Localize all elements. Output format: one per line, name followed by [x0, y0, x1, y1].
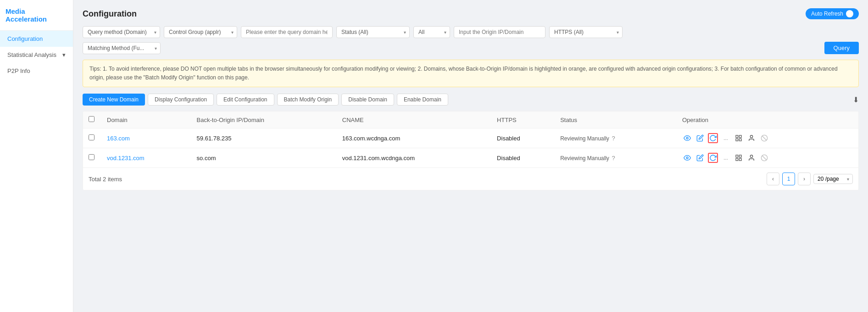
auto-refresh-toggle[interactable]: Auto Refresh — [806, 8, 859, 19]
status-question-icon[interactable]: ? — [612, 155, 615, 162]
sidebar-item-label: P2P Info — [7, 67, 30, 74]
auto-refresh-label: Auto Refresh — [811, 11, 843, 17]
grid-icon[interactable] — [734, 153, 744, 163]
svg-rect-10 — [739, 155, 741, 157]
svg-line-15 — [762, 156, 766, 160]
select-all-checkbox[interactable] — [89, 116, 95, 122]
all-select[interactable]: All — [413, 26, 450, 38]
row-1-https: Disabled — [491, 128, 555, 148]
row-2-https: Disabled — [491, 148, 555, 168]
row-1-cname: 163.com.wcdnga.com — [337, 128, 491, 148]
col-status: Status — [555, 111, 677, 128]
table-row: vod.1231.com so.com vod.1231.com.wcdnga.… — [83, 148, 858, 168]
svg-point-13 — [750, 155, 752, 157]
domain-link[interactable]: vod.1231.com — [107, 155, 145, 162]
page-size-wrapper: 20 /page 50 /page 100 /page — [813, 174, 853, 184]
refresh-icon[interactable] — [708, 133, 718, 143]
action-buttons: Create New Domain Display Configuration … — [83, 94, 859, 106]
next-page-button[interactable]: › — [798, 173, 811, 185]
ban-icon[interactable] — [759, 133, 769, 143]
all-wrapper: All — [413, 26, 450, 38]
edit-icon[interactable] — [695, 153, 705, 163]
row-1-domain: 163.com — [101, 128, 191, 148]
row-2-checkbox[interactable] — [89, 154, 95, 160]
disable-domain-button[interactable]: Disable Domain — [341, 94, 394, 106]
matching-method-wrapper: Matching Method (Fu... — [83, 42, 161, 54]
table-header-row: Domain Back-to-Origin IP/Domain CNAME HT… — [83, 111, 858, 128]
status-wrapper: Status (All) Enabled Disabled — [336, 26, 410, 38]
toggle-circle — [846, 10, 853, 17]
operation-icons: ... — [682, 153, 853, 163]
create-new-domain-button[interactable]: Create New Domain — [83, 94, 145, 106]
tips-box: Tips: 1. To avoid interference, please D… — [83, 60, 859, 87]
https-select[interactable]: HTTPS (All) HTTP HTTPS — [549, 26, 623, 38]
batch-modify-origin-button[interactable]: Batch Modify Origin — [277, 94, 339, 106]
view-icon[interactable] — [682, 133, 692, 143]
table-footer: Total 2 items ‹ 1 › 20 /page 50 /page 10… — [83, 167, 858, 190]
svg-rect-4 — [739, 139, 741, 141]
display-configuration-button[interactable]: Display Configuration — [148, 94, 214, 106]
main-content: Configuration Query method (Domain) Cont… — [73, 0, 868, 200]
svg-rect-12 — [739, 159, 741, 161]
more-icon[interactable]: ... — [721, 153, 731, 163]
sidebar-item-p2p-info[interactable]: P2P Info — [0, 63, 73, 79]
svg-rect-1 — [736, 135, 738, 138]
row-1-status: Reviewing Manually ? — [555, 128, 677, 148]
svg-rect-9 — [736, 155, 738, 157]
main-wrapper: Auto Refresh Configuration Query method … — [73, 0, 868, 312]
total-items: Total 2 items — [89, 176, 122, 183]
row-2-back-to-origin: so.com — [191, 148, 337, 168]
query-method-wrapper: Query method (Domain) — [83, 26, 160, 38]
row-2-status: Reviewing Manually ? — [555, 148, 677, 168]
edit-configuration-button[interactable]: Edit Configuration — [217, 94, 274, 106]
page-title: Configuration — [83, 9, 859, 19]
download-icon[interactable]: ⬇ — [853, 95, 859, 104]
operation-icons: ... — [682, 133, 853, 143]
page-1-button[interactable]: 1 — [782, 173, 795, 185]
control-group-select[interactable]: Control Group (applr) — [164, 26, 237, 38]
svg-point-8 — [686, 157, 688, 159]
prev-page-button[interactable]: ‹ — [767, 173, 779, 185]
ban-icon[interactable] — [759, 153, 769, 163]
svg-point-5 — [750, 135, 752, 138]
row-1-back-to-origin: 59.61.78.235 — [191, 128, 337, 148]
domain-link[interactable]: 163.com — [107, 135, 130, 142]
domain-input[interactable] — [241, 26, 333, 38]
tips-text: Tips: 1. To avoid interference, please D… — [89, 66, 838, 81]
enable-domain-button[interactable]: Enable Domain — [397, 94, 448, 106]
row-checkbox-cell — [83, 128, 101, 148]
status-question-icon[interactable]: ? — [612, 135, 615, 142]
row-2-operations: ... — [677, 148, 858, 168]
status-text: Reviewing Manually — [560, 135, 609, 142]
query-button[interactable]: Query — [824, 42, 859, 54]
col-back-to-origin: Back-to-Origin IP/Domain — [191, 111, 337, 128]
svg-rect-11 — [736, 159, 738, 161]
row-2-cname: vod.1231.com.wcdnga.com — [337, 148, 491, 168]
page-size-select[interactable]: 20 /page 50 /page 100 /page — [813, 174, 853, 184]
sidebar-logo: Media Acceleration — [0, 0, 73, 31]
query-method-select[interactable]: Query method (Domain) — [83, 26, 160, 38]
pagination: ‹ 1 › 20 /page 50 /page 100 /page — [767, 173, 853, 185]
status-text: Reviewing Manually — [560, 155, 609, 162]
grid-icon[interactable] — [734, 133, 744, 143]
col-operation: Operation — [677, 111, 858, 128]
svg-rect-3 — [736, 139, 738, 141]
view-icon[interactable] — [682, 153, 692, 163]
sidebar-item-label: Configuration — [7, 35, 43, 42]
svg-point-0 — [686, 137, 688, 139]
filters-row-1: Query method (Domain) Control Group (app… — [83, 26, 859, 38]
matching-method-select[interactable]: Matching Method (Fu... — [83, 42, 161, 54]
user-icon[interactable] — [746, 133, 757, 143]
more-icon[interactable]: ... — [721, 133, 731, 143]
sidebar-item-configuration[interactable]: Configuration — [0, 31, 73, 47]
col-https: HTTPS — [491, 111, 555, 128]
edit-icon[interactable] — [695, 133, 705, 143]
refresh-icon[interactable] — [708, 153, 718, 163]
status-select[interactable]: Status (All) Enabled Disabled — [336, 26, 410, 38]
chevron-down-icon: ▾ — [62, 51, 66, 58]
user-icon[interactable] — [746, 153, 757, 163]
row-1-checkbox[interactable] — [89, 134, 95, 140]
sidebar-item-statistical-analysis[interactable]: Statistical Analysis ▾ — [0, 47, 73, 63]
origin-input[interactable] — [454, 26, 545, 38]
data-table: Domain Back-to-Origin IP/Domain CNAME HT… — [83, 111, 859, 190]
